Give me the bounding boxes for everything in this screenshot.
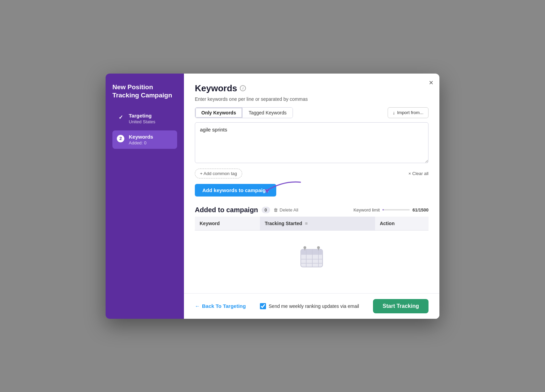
step2-sub: Added: 0	[129, 140, 153, 145]
empty-state	[195, 231, 429, 292]
main-panel: × Keywords i Enter keywords one per line…	[184, 74, 439, 319]
sidebar-step-keywords[interactable]: 2 Keywords Added: 0	[112, 130, 177, 149]
added-count-badge: 0	[262, 207, 270, 213]
close-button[interactable]: ×	[429, 78, 433, 87]
svg-rect-3	[301, 253, 323, 255]
step1-sub: United States	[129, 119, 155, 124]
table-body	[195, 230, 429, 292]
trash-icon: 🗑	[274, 207, 278, 213]
email-checkbox[interactable]	[260, 303, 266, 309]
added-section: Added to campaign 0 🗑 Delete All Keyword…	[195, 206, 429, 292]
sidebar-step-targeting[interactable]: ✓ Targeting United States	[112, 109, 177, 128]
email-checkbox-row: Send me weekly ranking updates via email	[253, 303, 367, 309]
keyword-limit: Keyword limit 61/1500	[354, 207, 429, 213]
page-title: Keywords i	[195, 83, 429, 94]
import-arrow-icon: ↓	[393, 110, 395, 115]
add-keywords-button[interactable]: Add keywords to campaign	[195, 184, 276, 197]
tab-tagged-keywords[interactable]: Tagged Keywords	[243, 108, 293, 118]
th-keyword: Keyword	[195, 217, 260, 231]
empty-illustration	[298, 244, 325, 271]
limit-bar	[383, 209, 410, 210]
keyword-limit-label: Keyword limit	[354, 207, 380, 213]
subtitle: Enter keywords one per line or separated…	[195, 96, 429, 102]
tabs-row: Only Keywords Tagged Keywords ↓ Import f…	[195, 107, 429, 118]
import-button[interactable]: ↓ Import from...	[388, 107, 429, 118]
step1-label: Targeting	[129, 113, 155, 119]
added-title: Added to campaign	[195, 206, 258, 214]
step1-icon: ✓	[116, 113, 125, 122]
th-tracking-started: Tracking Started ≡	[260, 217, 375, 231]
keywords-table: Keyword Tracking Started ≡ Action	[195, 217, 429, 292]
start-tracking-button[interactable]: Start Tracking	[373, 299, 429, 313]
step2-info: Keywords Added: 0	[129, 134, 153, 145]
table-header-row: Keyword Tracking Started ≡ Action	[195, 217, 429, 231]
tab-only-keywords[interactable]: Only Keywords	[195, 108, 243, 118]
modal-wrapper: New Position Tracking Campaign ✓ Targeti…	[106, 74, 439, 319]
step2-number: 2	[117, 135, 124, 142]
delete-all-button[interactable]: 🗑 Delete All	[274, 207, 298, 213]
actions-row: + Add common tag × Clear all	[195, 169, 429, 178]
add-keywords-row: Add keywords to campaign	[195, 184, 429, 197]
back-arrow-icon: ←	[195, 303, 200, 309]
email-label: Send me weekly ranking updates via email	[269, 303, 359, 309]
section-header: Added to campaign 0 🗑 Delete All Keyword…	[195, 206, 429, 214]
step1-info: Targeting United States	[129, 113, 155, 124]
back-button[interactable]: ← Back To Targeting	[195, 303, 246, 309]
empty-state-cell	[195, 230, 429, 292]
limit-numbers: 61/1500	[412, 207, 429, 213]
add-tag-button[interactable]: + Add common tag	[195, 169, 242, 178]
footer: ← Back To Targeting Send me weekly ranki…	[184, 293, 439, 319]
info-icon[interactable]: i	[240, 85, 246, 91]
step2-icon: 2	[116, 135, 125, 143]
limit-fill	[383, 209, 384, 210]
clear-all-button[interactable]: × Clear all	[408, 171, 429, 176]
th-action: Action	[375, 217, 429, 231]
step2-label: Keywords	[129, 134, 153, 140]
tabs-group: Only Keywords Tagged Keywords	[195, 107, 293, 118]
table-head: Keyword Tracking Started ≡ Action	[195, 217, 429, 231]
empty-state-row	[195, 230, 429, 292]
main-content: Keywords i Enter keywords one per line o…	[184, 74, 439, 293]
keywords-textarea[interactable]: agile sprints	[195, 122, 429, 163]
sort-icon[interactable]: ≡	[305, 221, 308, 226]
check-icon: ✓	[119, 114, 123, 121]
sidebar: New Position Tracking Campaign ✓ Targeti…	[106, 74, 184, 319]
sidebar-title: New Position Tracking Campaign	[112, 83, 177, 100]
